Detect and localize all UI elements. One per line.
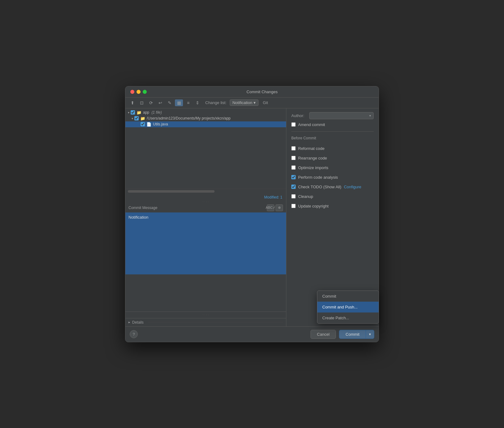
folder-icon-app: 📁 bbox=[137, 110, 141, 115]
changelist-label: Change list: bbox=[205, 100, 227, 105]
title-bar: Commit Changes bbox=[125, 86, 379, 98]
configure-link[interactable]: Configure bbox=[344, 185, 361, 189]
tree-label-path: /Users/admin123/Documents/My projects/xk… bbox=[147, 116, 231, 120]
footer: ? Cancel Commit ▼ bbox=[125, 326, 379, 342]
toolbar: ⬆ ⊡ ⟳ ↩ ✎ ▦ ≡ ⇕ Change list: Notificatio… bbox=[125, 98, 379, 108]
tree-item-path[interactable]: ▾ 📁 /Users/admin123/Documents/My project… bbox=[125, 116, 286, 121]
help-button[interactable]: ? bbox=[130, 330, 138, 338]
amend-checkbox[interactable] bbox=[291, 122, 296, 127]
tree-label-app: app (1 file) bbox=[143, 110, 162, 115]
footer-right: Cancel Commit ▼ bbox=[311, 330, 374, 339]
spell-check-btn[interactable]: ABC✓ bbox=[267, 204, 274, 211]
left-panel: ▾ 📁 app (1 file) ▾ 📁 /Users/admin123/ bbox=[125, 108, 286, 326]
details-section: · · · · bbox=[125, 312, 286, 318]
option-row-todo: Check TODO (Show All) Configure bbox=[291, 184, 374, 190]
edit-btn[interactable]: ✎ bbox=[166, 99, 174, 106]
amend-label: Amend commit bbox=[298, 122, 325, 127]
commit-button-group: Commit ▼ bbox=[339, 330, 374, 339]
commit-message-header: Commit Message ABC✓ ⊕ bbox=[125, 203, 286, 212]
checkbox-copyright[interactable] bbox=[291, 204, 296, 208]
option-row-analysis: Perform code analysis bbox=[291, 174, 374, 181]
author-dropdown-arrow: ▾ bbox=[369, 114, 371, 117]
modified-count: Modified: 1 bbox=[125, 194, 286, 201]
option-row-copyright: Update copyright bbox=[291, 203, 374, 209]
changelist-dropdown-icon: ▾ bbox=[254, 100, 256, 105]
option-row-rearrange: Rearrange code bbox=[291, 155, 374, 161]
app-name: app bbox=[143, 110, 149, 115]
section-divider bbox=[291, 131, 374, 132]
template-btn[interactable]: ⊕ bbox=[276, 204, 283, 211]
option-row-cleanup: Cleanup bbox=[291, 193, 374, 200]
checkbox-analysis[interactable] bbox=[291, 175, 296, 179]
drag-handle-details[interactable]: · · · · bbox=[128, 314, 283, 316]
option-label-reformat: Reformat code bbox=[298, 146, 324, 151]
commit-dropdown-menu: Commit Commit and Push... Create Patch..… bbox=[317, 290, 379, 324]
folder-icon-path: 📁 bbox=[140, 116, 145, 121]
option-label-rearrange: Rearrange code bbox=[298, 156, 327, 160]
local-changes-btn[interactable]: ⊡ bbox=[138, 99, 146, 106]
option-label-analysis: Perform code analysis bbox=[298, 175, 338, 180]
details-label: Details bbox=[132, 320, 144, 325]
commit-textarea-rest bbox=[125, 274, 286, 312]
tree-item-app[interactable]: ▾ 📁 app (1 file) bbox=[125, 110, 286, 116]
author-row: Author: ▾ bbox=[291, 112, 374, 119]
option-label-cleanup: Cleanup bbox=[298, 194, 313, 199]
option-label-copyright: Update copyright bbox=[298, 204, 328, 208]
list-btn[interactable]: ≡ bbox=[184, 99, 192, 106]
changelist-select[interactable]: Notification ▾ bbox=[230, 99, 259, 106]
option-label-optimize: Optimize imports bbox=[298, 165, 328, 170]
minimize-button[interactable] bbox=[137, 90, 141, 94]
close-button[interactable] bbox=[130, 90, 134, 94]
upload-toolbar-btn[interactable]: ⬆ bbox=[128, 99, 137, 106]
drag-handle-top[interactable]: · · · · bbox=[125, 201, 286, 203]
tree-arrow-path: ▾ bbox=[132, 117, 133, 120]
checkbox-rearrange[interactable] bbox=[291, 156, 296, 160]
maximize-button[interactable] bbox=[143, 90, 147, 94]
checkbox-reformat[interactable] bbox=[291, 146, 296, 151]
tree-arrow-app: ▾ bbox=[128, 111, 129, 114]
commit-main-button[interactable]: Commit bbox=[339, 330, 366, 338]
checkbox-file[interactable] bbox=[141, 122, 145, 126]
dropdown-item-commit[interactable]: Commit bbox=[317, 291, 379, 302]
commit-dropdown-button[interactable]: ▼ bbox=[366, 330, 374, 338]
scrollbar[interactable] bbox=[128, 190, 215, 193]
traffic-lights bbox=[130, 90, 147, 94]
adjust-btn[interactable]: ⇕ bbox=[193, 99, 202, 106]
before-commit-title: Before Commit bbox=[291, 136, 374, 140]
window-title: Commit Changes bbox=[150, 90, 374, 94]
dropdown-item-commit-push[interactable]: Commit and Push... bbox=[317, 302, 379, 312]
checkbox-path[interactable] bbox=[134, 116, 139, 120]
commit-textarea[interactable]: Notification bbox=[125, 212, 286, 274]
grid-btn[interactable]: ▦ bbox=[175, 99, 183, 106]
tree-item-file[interactable]: ▸ 📄 Utils.java bbox=[125, 121, 286, 127]
author-input-wrapper[interactable]: ▾ bbox=[309, 112, 374, 119]
checkbox-app[interactable] bbox=[131, 110, 135, 115]
commit-msg-tools: ABC✓ ⊕ bbox=[267, 204, 283, 211]
checkbox-cleanup[interactable] bbox=[291, 194, 296, 199]
details-divider bbox=[148, 322, 283, 322]
commit-message-label: Commit Message bbox=[128, 206, 157, 210]
details-arrow: ▸ bbox=[128, 320, 130, 324]
option-row-reformat: Reformat code bbox=[291, 145, 374, 152]
option-row-optimize: Optimize imports bbox=[291, 164, 374, 171]
commit-message-section: Commit Message ABC✓ ⊕ Notification bbox=[125, 203, 286, 312]
file-icon: 📄 bbox=[146, 122, 151, 127]
author-input[interactable] bbox=[312, 113, 369, 118]
file-tree: ▾ 📁 app (1 file) ▾ 📁 /Users/admin123/ bbox=[125, 108, 286, 189]
changelist-value: Notification bbox=[232, 100, 252, 105]
amend-row: Amend commit bbox=[291, 122, 374, 127]
option-label-todo: Check TODO (Show All) bbox=[298, 185, 341, 189]
undo-btn[interactable]: ↩ bbox=[156, 99, 164, 106]
author-label: Author: bbox=[291, 113, 306, 118]
refresh-btn[interactable]: ⟳ bbox=[147, 99, 155, 106]
cancel-button[interactable]: Cancel bbox=[311, 330, 336, 339]
dropdown-item-create-patch[interactable]: Create Patch... bbox=[317, 312, 379, 323]
checkbox-optimize[interactable] bbox=[291, 165, 296, 170]
git-label: Git bbox=[263, 100, 268, 105]
checkbox-todo[interactable] bbox=[291, 185, 296, 189]
details-row[interactable]: ▸ Details bbox=[125, 318, 286, 326]
tree-label-file: Utils.java bbox=[153, 122, 168, 126]
app-meta: (1 file) bbox=[151, 110, 162, 115]
